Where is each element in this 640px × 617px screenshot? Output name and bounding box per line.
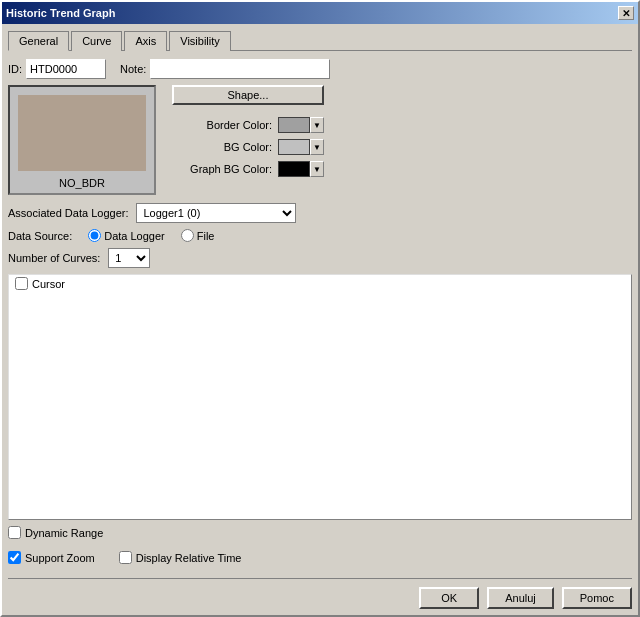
data-source-row: Data Source: Data Logger File [8, 229, 632, 242]
support-zoom-checkbox[interactable] [8, 551, 21, 564]
logger-row: Associated Data Logger: Logger1 (0) [8, 203, 632, 223]
cursor-checkbox[interactable] [15, 277, 28, 290]
id-input[interactable] [26, 59, 106, 79]
note-label: Note: [120, 63, 146, 75]
logger-select[interactable]: Logger1 (0) [136, 203, 296, 223]
dynamic-range-label: Dynamic Range [25, 527, 103, 539]
preview-box: NO_BDR [8, 85, 156, 195]
support-zoom-label: Support Zoom [25, 552, 95, 564]
tab-visibility[interactable]: Visibility [169, 31, 231, 51]
cursor-area: Cursor [8, 274, 632, 520]
bg-color-arrow[interactable]: ▼ [310, 139, 324, 155]
dynamic-range-row: Dynamic Range [8, 526, 632, 539]
bg-color-button[interactable]: ▼ [278, 139, 324, 155]
ok-button[interactable]: OK [419, 587, 479, 609]
bottom-checkboxes: Support Zoom Display Relative Time [8, 551, 632, 568]
cursor-row: Cursor [15, 277, 625, 290]
border-color-label: Border Color: [172, 119, 272, 131]
graph-bg-color-row: Graph BG Color: ▼ [172, 161, 324, 177]
color-controls: Shape... Border Color: ▼ BG Color: ▼ [172, 85, 324, 177]
preview-label: NO_BDR [59, 177, 105, 189]
title-bar: Historic Trend Graph ✕ [2, 2, 638, 24]
dynamic-range-checkbox[interactable] [8, 526, 21, 539]
border-color-button[interactable]: ▼ [278, 117, 324, 133]
close-button[interactable]: ✕ [618, 6, 634, 20]
display-relative-time-label: Display Relative Time [136, 552, 242, 564]
cursor-label: Cursor [32, 278, 65, 290]
display-relative-time-row: Display Relative Time [119, 551, 246, 564]
id-label: ID: [8, 63, 22, 75]
num-curves-label: Number of Curves: [8, 252, 100, 264]
bg-color-row: BG Color: ▼ [172, 139, 324, 155]
border-color-swatch [278, 117, 310, 133]
file-radio-item: File [181, 229, 219, 242]
bg-color-label: BG Color: [172, 141, 272, 153]
bottom-buttons: OK Anuluj Pomoc [8, 578, 632, 609]
shape-button[interactable]: Shape... [172, 85, 324, 105]
graph-bg-color-button[interactable]: ▼ [278, 161, 324, 177]
id-note-row: ID: Note: [8, 59, 632, 79]
cancel-button[interactable]: Anuluj [487, 587, 554, 609]
file-radio-label: File [197, 230, 215, 242]
bg-color-swatch [278, 139, 310, 155]
support-zoom-row: Support Zoom [8, 551, 99, 564]
data-logger-radio-label: Data Logger [104, 230, 165, 242]
border-color-row: Border Color: ▼ [172, 117, 324, 133]
num-curves-select[interactable]: 1 2 3 4 [108, 248, 150, 268]
note-input[interactable] [150, 59, 330, 79]
tab-bar: General Curve Axis Visibility [8, 30, 632, 51]
window-content: General Curve Axis Visibility ID: Note: … [2, 24, 638, 615]
logger-label: Associated Data Logger: [8, 207, 128, 219]
data-logger-radio-item: Data Logger [88, 229, 169, 242]
main-window: Historic Trend Graph ✕ General Curve Axi… [0, 0, 640, 617]
preview-area: NO_BDR Shape... Border Color: ▼ BG Color… [8, 85, 632, 195]
file-radio[interactable] [181, 229, 194, 242]
tab-curve[interactable]: Curve [71, 31, 122, 51]
data-logger-radio[interactable] [88, 229, 101, 242]
curves-row: Number of Curves: 1 2 3 4 [8, 248, 632, 268]
graph-bg-color-label: Graph BG Color: [172, 163, 272, 175]
preview-inner [18, 95, 146, 171]
graph-bg-color-swatch [278, 161, 310, 177]
window-title: Historic Trend Graph [6, 7, 115, 19]
help-button[interactable]: Pomoc [562, 587, 632, 609]
tab-axis[interactable]: Axis [124, 31, 167, 51]
tab-general[interactable]: General [8, 31, 69, 51]
border-color-arrow[interactable]: ▼ [310, 117, 324, 133]
data-source-label: Data Source: [8, 230, 72, 242]
tab-content-general: ID: Note: NO_BDR Shape... Border Color: [8, 59, 632, 609]
graph-bg-color-arrow[interactable]: ▼ [310, 161, 324, 177]
display-relative-time-checkbox[interactable] [119, 551, 132, 564]
